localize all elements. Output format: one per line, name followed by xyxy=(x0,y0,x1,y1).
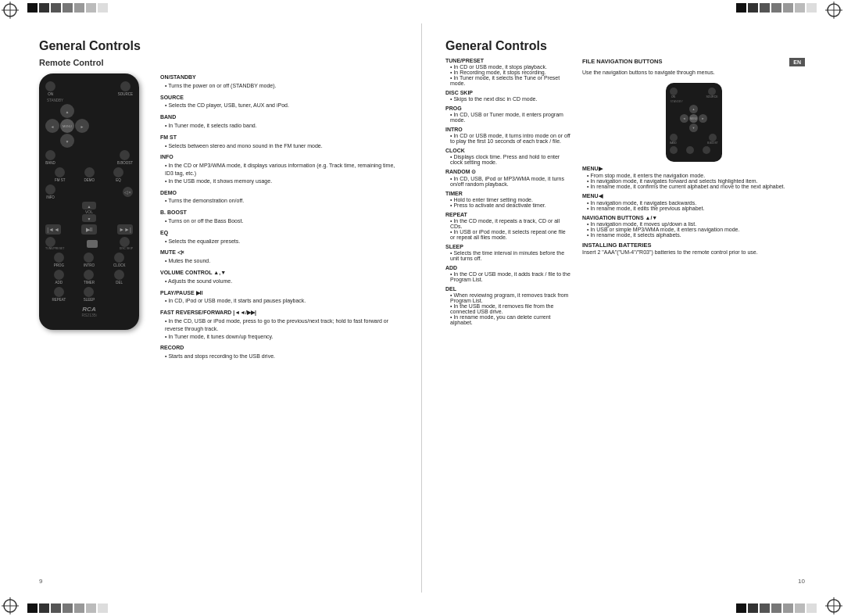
list-item: In the CD or MP3/WMA mode, it displays v… xyxy=(165,162,398,177)
stop-area xyxy=(87,240,98,248)
mute-button[interactable]: ◁× xyxy=(123,187,133,197)
down-arrow-icon xyxy=(66,138,70,145)
list-item: Press to activate and deactivate timer. xyxy=(450,202,570,208)
standby-label: STANDBY xyxy=(45,98,133,102)
list-item: Turns the power on or off (STANDBY mode)… xyxy=(165,82,398,90)
list-item: Hold to enter timer setting mode. xyxy=(450,197,570,202)
add-button[interactable] xyxy=(54,270,64,280)
del-col: DEL xyxy=(106,270,133,285)
section-repeat: REPEAT In the CD mode, it repeats a trac… xyxy=(445,212,570,240)
prev-button[interactable]: |◄◄ xyxy=(45,224,61,235)
info-mute-row: INFO ◁× xyxy=(45,184,133,199)
eq-button[interactable] xyxy=(113,167,123,177)
on-button[interactable] xyxy=(45,81,55,91)
list-item: In navigation mode, it navigates forward… xyxy=(587,178,805,184)
demo-button[interactable] xyxy=(84,167,95,177)
sm-band-row: BAND B.BOOST xyxy=(670,134,718,145)
page-number-left: 9 xyxy=(39,578,42,585)
clock-label: CLOCK xyxy=(113,263,126,267)
list-item: In the CD, USB or iPod mode, press to go… xyxy=(165,317,398,333)
remote-top-row: ON SOURCE xyxy=(45,81,133,96)
list-item: In USB or simple MP3/WMA mode, it enters… xyxy=(587,227,805,232)
list-item: In the CD mode, it repeats a track, CD o… xyxy=(450,218,570,229)
sleep-button[interactable] xyxy=(84,287,94,297)
sm-btn1[interactable] xyxy=(670,146,678,154)
on-label: ON xyxy=(48,92,53,96)
nav-right-button[interactable] xyxy=(75,119,89,133)
section-info: INFO In the CD or MP3/WMA mode, it displ… xyxy=(160,153,398,184)
list-item: In the USB mode, it shows memory usage. xyxy=(165,177,398,185)
title-mute: MUTE ◁× xyxy=(160,249,398,256)
b-boost-label: B.BOOST xyxy=(117,161,133,165)
sm-btn3[interactable] xyxy=(703,146,710,154)
sm-nav-right[interactable]: ► xyxy=(699,114,707,123)
sm-nav-down[interactable]: ▼ xyxy=(689,124,698,132)
up-arrow-icon xyxy=(66,108,70,115)
nav-down-button[interactable] xyxy=(60,134,74,148)
body-menu-back: In navigation mode, it navigates backwar… xyxy=(582,200,805,211)
info-button[interactable] xyxy=(45,184,55,195)
repeat-button[interactable] xyxy=(54,287,64,297)
vol-up-button[interactable] xyxy=(82,202,96,210)
body-info: In the CD or MP3/WMA mode, it displays v… xyxy=(160,162,398,184)
timer-button[interactable] xyxy=(84,270,94,280)
sm-on-button[interactable] xyxy=(670,88,678,95)
sleep-col: SLEEP xyxy=(76,287,103,302)
sm-btn2[interactable] xyxy=(686,146,694,154)
list-item: From stop mode, it enters the navigation… xyxy=(587,173,805,178)
section-prog: PROG In CD, USB or Tuner mode, it enters… xyxy=(445,106,570,123)
fmst-button[interactable] xyxy=(55,167,65,177)
next-button[interactable]: ►►| xyxy=(117,224,133,235)
list-item: Displays clock time. Press and hold to e… xyxy=(450,154,570,165)
clock-col: CLOCK xyxy=(106,252,133,267)
title-info: INFO xyxy=(160,153,398,161)
title-intro: INTRO xyxy=(445,127,570,132)
sm-bboost-label: B.BOOST xyxy=(707,141,717,145)
title-record: RECORD xyxy=(160,344,398,352)
clock-button[interactable] xyxy=(114,252,124,263)
sm-nav-empty-br xyxy=(699,124,707,132)
nav-center-button[interactable]: MENU xyxy=(60,119,74,133)
sm-nav-center[interactable]: MENU xyxy=(689,114,698,123)
right-content-area: TUNE/PRESET In CD or USB mode, it stops … xyxy=(445,58,805,329)
disc-skip-button[interactable] xyxy=(120,237,130,247)
band-button[interactable] xyxy=(45,150,55,160)
timer-label: TIMER xyxy=(84,281,95,285)
nav-up-button[interactable] xyxy=(60,104,74,118)
nav-left-button[interactable] xyxy=(45,119,59,133)
body-nav-updown: In navigation mode, it moves up/down a l… xyxy=(582,221,805,238)
left-title: General Controls xyxy=(39,39,398,53)
stop-button[interactable] xyxy=(87,240,98,248)
intro-button[interactable] xyxy=(84,252,94,263)
play-pause-button[interactable]: ▶II xyxy=(81,224,97,235)
nav-empty-bl xyxy=(45,134,59,148)
sm-nav-left[interactable]: ◄ xyxy=(680,114,688,123)
sm-nav-up[interactable]: ▲ xyxy=(689,105,698,113)
sm-on-col: ON xyxy=(670,88,678,98)
demo-label: DEMO xyxy=(84,178,95,182)
body-installing-batteries: Insert 2 "AAA"("UM-4"/"R03") batteries t… xyxy=(582,249,805,255)
body-repeat: In the CD mode, it repeats a track, CD o… xyxy=(445,218,570,240)
list-item: In rename mode, it confirms the current … xyxy=(587,184,805,189)
body-clock: Displays clock time. Press and hold to e… xyxy=(445,154,570,165)
section-random: RANDOM ⊙ In CD, USB, iPod or MP3/WMA mod… xyxy=(445,169,570,187)
sm-bboost-button[interactable] xyxy=(709,134,717,141)
list-item: Turns on or off the Bass Boost. xyxy=(165,217,398,225)
sm-band-button[interactable] xyxy=(670,134,678,141)
mute-sound-item: Mutes the sound. xyxy=(165,257,398,265)
b-boost-button[interactable] xyxy=(120,150,130,160)
prog-button[interactable] xyxy=(54,252,64,263)
section-nav-updown: Navigation buttons ▲/▼ In navigation mod… xyxy=(582,215,805,238)
sm-on-label: ON xyxy=(671,95,675,98)
source-button[interactable] xyxy=(120,81,131,91)
section-b-boost: B. BOOST Turns on or off the Bass Boost. xyxy=(160,209,398,225)
sm-source-button[interactable] xyxy=(708,88,716,95)
rca-model: RS2135i xyxy=(45,313,133,317)
page-left: General Controls Remote Control ON SOURC… xyxy=(0,23,422,593)
title-tune-preset: TUNE/PRESET xyxy=(445,58,570,63)
section-file-nav: File Navigation Buttons EN Use the navig… xyxy=(582,58,805,75)
tune-preset-label-sm: TUNE/PRESET xyxy=(45,237,65,250)
vol-down-button[interactable] xyxy=(82,214,96,222)
tune-preset-button[interactable] xyxy=(45,237,55,247)
del-button[interactable] xyxy=(114,270,124,280)
